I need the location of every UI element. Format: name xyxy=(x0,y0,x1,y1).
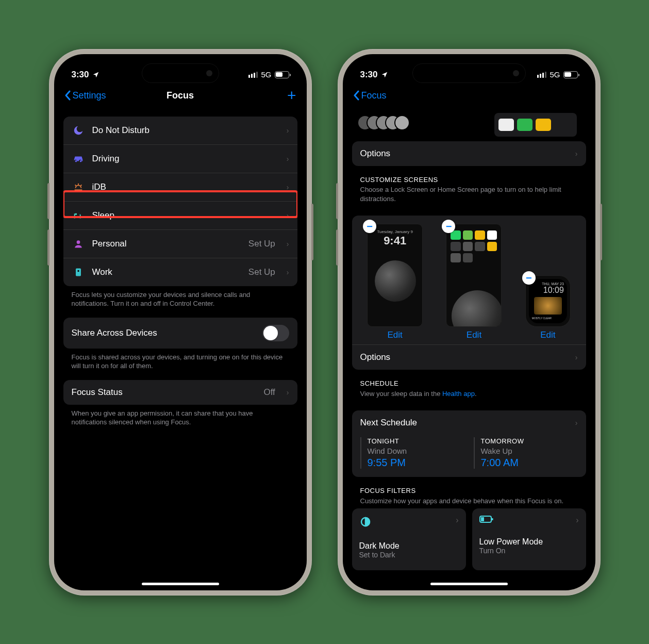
focus-sleep[interactable]: Sleep › xyxy=(63,201,297,229)
schedule-header: SCHEDULE View your sleep data in the Hea… xyxy=(352,370,586,401)
edit-lock-screen[interactable]: Edit xyxy=(388,330,403,340)
location-icon xyxy=(92,71,99,78)
chevron-right-icon: › xyxy=(576,516,578,525)
screen-sleep-focus: 3:30 5G Focus Optio xyxy=(343,54,595,590)
back-button[interactable]: Settings xyxy=(64,90,106,101)
chevron-right-icon: › xyxy=(575,353,578,361)
next-schedule-row[interactable]: Next Schedule › xyxy=(352,410,586,435)
options-row-2[interactable]: Options › xyxy=(352,344,586,370)
car-icon xyxy=(72,152,85,166)
chevron-right-icon: › xyxy=(456,516,458,525)
focus-do-not-disturb[interactable]: Do Not Disturb › xyxy=(63,117,297,144)
focus-driving[interactable]: Driving › xyxy=(63,144,297,173)
filter-low-power[interactable]: › Low Power Mode Turn On xyxy=(472,508,586,570)
sunrise-icon xyxy=(72,180,85,194)
screen-focus-list: 3:30 5G Settings Focus + xyxy=(54,54,307,590)
chevron-right-icon: › xyxy=(287,126,289,135)
network-label: 5G xyxy=(261,70,271,79)
home-indicator[interactable] xyxy=(142,583,219,585)
person-icon xyxy=(72,237,85,251)
watch-face-thumb[interactable]: − THU, MAY 23 10:09 MOSTLY CLEAR Edit xyxy=(525,275,571,340)
focus-idb[interactable]: iDB › xyxy=(63,173,297,201)
battery-icon xyxy=(275,71,289,78)
signal-icon xyxy=(248,72,258,78)
back-button[interactable]: Focus xyxy=(353,90,387,101)
customize-screens-group: − Tuesday, January 9 9:41 Edit − xyxy=(352,216,586,370)
status-time: 3:30 xyxy=(360,70,378,80)
share-toggle[interactable] xyxy=(262,325,289,341)
share-group: Share Across Devices xyxy=(63,318,297,349)
svg-point-2 xyxy=(77,270,79,271)
focus-work[interactable]: Work Set Up › xyxy=(63,258,297,286)
nav-bar: Focus xyxy=(343,85,595,103)
lock-screen-thumb[interactable]: − Tuesday, January 9 9:41 Edit xyxy=(367,224,423,340)
remove-watch-face[interactable]: − xyxy=(522,271,536,285)
chevron-right-icon: › xyxy=(287,211,289,220)
dynamic-island xyxy=(142,63,219,83)
svg-rect-5 xyxy=(481,517,484,521)
moon-icon xyxy=(72,124,85,137)
status-time: 3:30 xyxy=(72,70,89,80)
add-button[interactable]: + xyxy=(287,90,296,101)
schedule-details: TONIGHT Wind Down 9:55 PM TOMORROW Wake … xyxy=(352,435,586,477)
battery-icon xyxy=(563,71,578,78)
network-label: 5G xyxy=(550,70,560,79)
status-footer: When you give an app permission, it can … xyxy=(63,405,297,427)
chevron-right-icon: › xyxy=(287,155,289,163)
chevron-right-icon: › xyxy=(287,183,289,191)
allowed-people-peek xyxy=(363,115,410,130)
dark-mode-icon xyxy=(359,516,459,528)
signal-icon xyxy=(537,72,546,78)
share-footer: Focus is shared across your devices, and… xyxy=(63,349,297,371)
chevron-right-icon: › xyxy=(287,268,289,276)
dynamic-island xyxy=(412,63,526,83)
phone-right: 3:30 5G Focus Optio xyxy=(338,49,601,596)
share-across-devices[interactable]: Share Across Devices xyxy=(63,318,297,349)
filters-header: FOCUS FILTERS Customize how your apps an… xyxy=(352,477,586,508)
badge-icon xyxy=(72,266,85,279)
filter-dark-mode[interactable]: › Dark Mode Set to Dark xyxy=(352,508,466,570)
focus-list: Do Not Disturb › Driving › iDB › xyxy=(63,117,297,286)
low-power-icon xyxy=(479,516,579,524)
edit-home-screen[interactable]: Edit xyxy=(467,330,481,340)
focus-list-footer: Focus lets you customize your devices an… xyxy=(63,286,297,308)
chevron-right-icon: › xyxy=(287,240,289,248)
chevron-right-icon: › xyxy=(575,419,578,427)
chevron-right-icon: › xyxy=(287,388,289,397)
home-indicator[interactable] xyxy=(430,583,508,585)
nav-title: Focus xyxy=(167,90,194,101)
schedule-group: Next Schedule › TONIGHT Wind Down 9:55 P… xyxy=(352,410,586,477)
svg-rect-1 xyxy=(76,268,81,276)
nav-bar: Settings Focus + xyxy=(54,85,307,107)
health-app-link[interactable]: Health app xyxy=(442,390,475,398)
focus-personal[interactable]: Personal Set Up › xyxy=(63,229,297,258)
options-row[interactable]: Options › xyxy=(352,141,586,166)
phone-left: 3:30 5G Settings Focus + xyxy=(49,49,312,596)
bed-icon xyxy=(72,209,85,222)
edit-watch-face[interactable]: Edit xyxy=(540,330,555,340)
focus-status-row[interactable]: Focus Status Off › xyxy=(63,380,297,405)
home-screen-thumb[interactable]: − Edit xyxy=(446,224,502,340)
allowed-apps-peek xyxy=(494,113,577,137)
status-group: Focus Status Off › xyxy=(63,380,297,405)
location-icon xyxy=(381,71,388,78)
chevron-right-icon: › xyxy=(575,150,578,158)
options-group-top: Options › xyxy=(352,141,586,166)
svg-point-0 xyxy=(76,240,80,244)
customize-header: CUSTOMIZE SCREENS Choose a Lock Screen o… xyxy=(352,166,586,207)
